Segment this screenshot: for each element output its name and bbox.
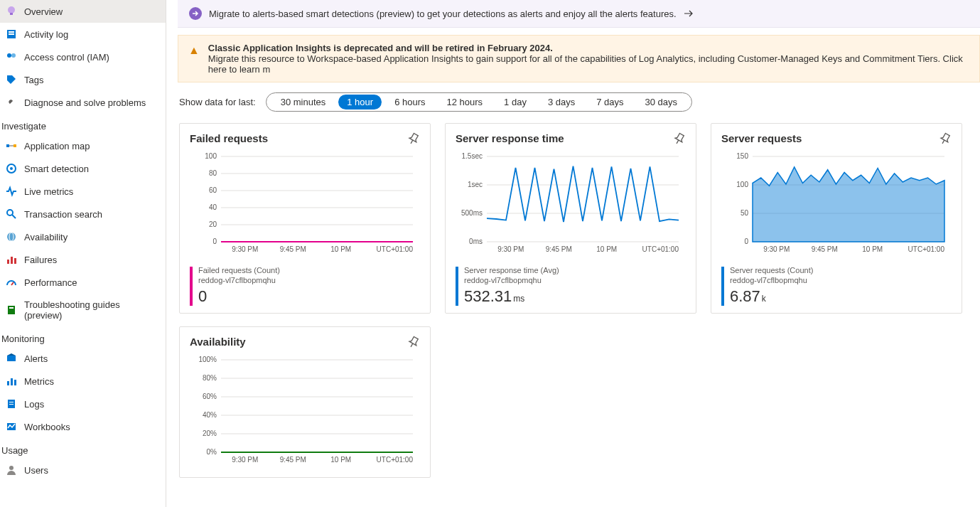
- sidebar-item-activity-log[interactable]: Activity log: [0, 23, 166, 46]
- svg-rect-7: [6, 144, 9, 147]
- sidebar-item-alerts[interactable]: Alerts: [0, 347, 166, 370]
- pill-3d[interactable]: 3 days: [539, 95, 583, 110]
- sidebar-item-failures[interactable]: Failures: [0, 248, 166, 271]
- sidebar-item-overview[interactable]: Overview: [0, 0, 166, 23]
- svg-text:100: 100: [736, 181, 748, 188]
- sidebar-item-label: Transaction search: [24, 209, 102, 220]
- sidebar-item-label: Metrics: [24, 376, 54, 387]
- sidebar-item-label: Diagnose and solve problems: [24, 97, 146, 108]
- card-server-response-time[interactable]: Server response time 1.5sec1sec500ms0ms9…: [445, 123, 696, 314]
- pill-30d[interactable]: 30 days: [637, 95, 686, 110]
- pill-30m[interactable]: 30 minutes: [272, 95, 335, 110]
- sidebar-item-tags[interactable]: Tags: [0, 68, 166, 91]
- legend-label: Server requests (Count): [730, 265, 813, 275]
- pin-icon[interactable]: [407, 336, 420, 348]
- svg-rect-20: [8, 306, 15, 314]
- workbooks-icon: [6, 421, 17, 432]
- sidebar-item-live-metrics[interactable]: Live metrics: [0, 180, 166, 203]
- svg-text:150: 150: [736, 152, 748, 160]
- warning-icon: ▲: [188, 43, 200, 75]
- sidebar-item-transaction-search[interactable]: Transaction search: [0, 203, 166, 225]
- logs-icon: [6, 398, 17, 410]
- svg-rect-28: [9, 402, 14, 402]
- sidebar-group-investigate: Investigate: [0, 114, 166, 134]
- sidebar: Overview Activity log Access control (IA…: [0, 0, 166, 507]
- sidebar-item-smart-detection[interactable]: Smart detection: [0, 157, 166, 180]
- legend-value: 532.31: [464, 287, 512, 305]
- legend-sublabel: reddog-vl7cflbopmqhu: [198, 275, 280, 285]
- card-failed-requests[interactable]: Failed requests 1008060402009:30 PM9:45 …: [179, 123, 431, 314]
- sidebar-item-label: Failures: [24, 255, 57, 265]
- pin-icon[interactable]: [407, 132, 420, 145]
- bell-icon: [6, 353, 17, 364]
- svg-text:9:30 PM: 9:30 PM: [763, 245, 790, 253]
- pill-1d[interactable]: 1 day: [495, 95, 535, 110]
- chart-server-response: 1.5sec1sec500ms0ms9:30 PM9:45 PM10 PMUTC…: [456, 151, 683, 257]
- card-title: Server response time: [456, 132, 564, 144]
- svg-rect-8: [14, 144, 16, 147]
- legend-sublabel: reddog-vl7cflbopmqhu: [730, 275, 813, 285]
- legend-color-bar: [456, 267, 458, 306]
- pill-12h[interactable]: 12 hours: [438, 95, 492, 110]
- sidebar-item-label: Users: [24, 465, 48, 476]
- svg-rect-24: [7, 381, 9, 385]
- sidebar-item-label: Activity log: [24, 29, 68, 40]
- svg-text:60: 60: [209, 186, 217, 194]
- sidebar-item-label: Overview: [24, 6, 63, 17]
- legend-label: Failed requests (Count): [198, 265, 280, 275]
- legend-value: 0: [198, 287, 207, 305]
- pill-7d[interactable]: 7 days: [588, 95, 632, 110]
- svg-text:UTC+01:00: UTC+01:00: [642, 245, 679, 253]
- svg-text:0%: 0%: [207, 448, 217, 456]
- pin-icon[interactable]: [939, 132, 952, 145]
- sidebar-item-users[interactable]: Users: [0, 459, 166, 481]
- svg-point-11: [10, 167, 13, 170]
- legend-label: Server response time (Avg): [464, 265, 559, 275]
- svg-text:9:45 PM: 9:45 PM: [546, 245, 572, 253]
- svg-rect-16: [7, 260, 9, 264]
- warning-body: Migrate this resource to Workspace-based…: [208, 53, 969, 75]
- svg-rect-26: [14, 380, 16, 385]
- card-availability[interactable]: Availability 100%80%60%40%20%0%9:30 PM9:…: [179, 326, 431, 478]
- sidebar-item-metrics[interactable]: Metrics: [0, 370, 166, 393]
- pill-1h[interactable]: 1 hour: [338, 95, 382, 110]
- legend-value: 6.87: [730, 287, 760, 305]
- svg-rect-17: [11, 257, 13, 264]
- svg-text:20: 20: [209, 220, 217, 228]
- pin-icon[interactable]: [673, 132, 686, 145]
- svg-text:9:45 PM: 9:45 PM: [812, 245, 838, 253]
- sidebar-item-label: Access control (IAM): [24, 52, 109, 63]
- svg-text:1.5sec: 1.5sec: [462, 152, 483, 160]
- svg-point-5: [7, 53, 11, 58]
- sidebar-item-availability[interactable]: Availability: [0, 225, 166, 248]
- legend-color-bar: [721, 267, 724, 306]
- svg-text:40: 40: [209, 203, 217, 211]
- card-server-requests[interactable]: Server requests 1501005009:30 PM9:45 PM1…: [711, 123, 962, 314]
- sidebar-item-label: Live metrics: [24, 186, 73, 197]
- deprecation-warning[interactable]: ▲ Classic Application Insights is deprec…: [178, 35, 980, 82]
- svg-text:100: 100: [205, 152, 217, 160]
- sidebar-item-performance[interactable]: Performance: [0, 271, 166, 294]
- smart-detection-icon: [6, 163, 17, 174]
- lightbulb-icon: [6, 6, 17, 17]
- smart-detection-banner[interactable]: Migrate to alerts-based smart detections…: [178, 0, 980, 28]
- sidebar-item-application-map[interactable]: Application map: [0, 134, 166, 157]
- sidebar-item-label: Application map: [24, 141, 90, 151]
- sidebar-item-workbooks[interactable]: Workbooks: [0, 415, 166, 438]
- sidebar-item-label: Smart detection: [24, 164, 89, 174]
- chart-availability: 100%80%60%40%20%0%9:30 PM9:45 PM10 PMUTC…: [190, 354, 417, 468]
- svg-text:100%: 100%: [198, 356, 217, 363]
- sidebar-group-usage: Usage: [0, 438, 166, 459]
- svg-rect-18: [14, 258, 16, 264]
- sidebar-item-diagnose[interactable]: Diagnose and solve problems: [0, 91, 166, 114]
- svg-point-14: [7, 233, 16, 241]
- sidebar-item-logs[interactable]: Logs: [0, 393, 166, 415]
- pill-6h[interactable]: 6 hours: [386, 95, 434, 110]
- sidebar-item-troubleshooting[interactable]: Troubleshooting guides (preview): [0, 294, 166, 326]
- sidebar-item-access-control[interactable]: Access control (IAM): [0, 46, 166, 68]
- svg-rect-21: [9, 307, 14, 309]
- search-icon: [6, 208, 17, 220]
- card-title: Server requests: [721, 132, 802, 144]
- svg-text:9:30 PM: 9:30 PM: [232, 456, 258, 464]
- sidebar-item-label: Availability: [24, 232, 68, 242]
